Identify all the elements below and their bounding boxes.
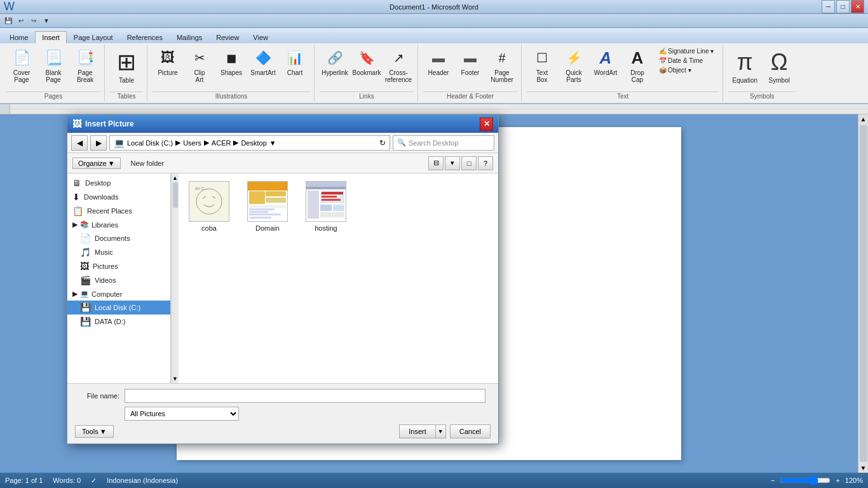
- insert-button[interactable]: Insert: [399, 424, 436, 438]
- help-button[interactable]: ?: [478, 156, 493, 170]
- date-time-button[interactable]: 📅 Date & Time: [656, 57, 705, 65]
- sidebar-pictures[interactable]: 🖼 Pictures: [67, 259, 170, 273]
- organize-button[interactable]: Organize ▼: [72, 158, 121, 169]
- dialog-close-button[interactable]: ✕: [480, 118, 493, 131]
- new-folder-button[interactable]: New folder: [126, 158, 170, 168]
- tables-group-content: ⊞ Table: [110, 46, 143, 90]
- tab-references[interactable]: References: [120, 31, 170, 43]
- cancel-button[interactable]: Cancel: [450, 424, 491, 438]
- picture-button[interactable]: 🖼 Picture: [153, 46, 183, 78]
- zoom-in-button[interactable]: +: [836, 477, 839, 484]
- sidebar-documents[interactable]: 📄 Documents: [67, 231, 170, 245]
- vertical-scrollbar[interactable]: ▲ ▼: [858, 114, 868, 473]
- sidebar-music[interactable]: 🎵 Music: [67, 245, 170, 259]
- sidebar-computer-header[interactable]: ▶ 💻 Computer: [67, 287, 170, 301]
- sidebar-desktop[interactable]: 🖥 Desktop: [67, 176, 170, 190]
- shapes-button[interactable]: ◼ Shapes: [216, 46, 247, 78]
- sidebar-scrollbar[interactable]: ▲ ▼: [171, 173, 179, 383]
- equation-button[interactable]: π Equation: [728, 46, 761, 87]
- sidebar-scroll-thumb[interactable]: [173, 182, 178, 208]
- horizontal-ruler: [10, 104, 868, 114]
- pages-group-content: 📄 CoverPage 📃 BlankPage 📑 PageBreak: [6, 46, 100, 90]
- table-button[interactable]: ⊞ Table: [110, 46, 143, 87]
- header-button[interactable]: ▬ Header: [423, 46, 454, 78]
- sidebar-recent-places[interactable]: 📋 Recent Places: [67, 204, 170, 218]
- libraries-expand-icon: ▶: [72, 220, 78, 229]
- signature-line-button[interactable]: ✍ Signature Line ▾: [656, 47, 716, 55]
- blank-page-button[interactable]: 📃 BlankPage: [38, 46, 69, 85]
- file-hosting[interactable]: hosting: [301, 179, 351, 234]
- path-refresh-button[interactable]: ↻: [379, 139, 386, 147]
- chart-button[interactable]: 📊 Chart: [280, 46, 310, 78]
- tools-dropdown-icon: ▼: [100, 428, 107, 435]
- scroll-down-button[interactable]: ▼: [859, 463, 868, 473]
- music-label: Music: [95, 248, 113, 256]
- symbol-button[interactable]: Ω Symbol: [763, 46, 796, 87]
- page-number-button[interactable]: # PageNumber: [487, 46, 517, 85]
- cover-page-button[interactable]: 📄 CoverPage: [6, 46, 37, 85]
- path-dropdown[interactable]: ▼: [269, 139, 276, 147]
- hyperlink-button[interactable]: 🔗 Hyperlink: [320, 46, 350, 78]
- tab-mailings[interactable]: Mailings: [170, 31, 209, 43]
- path-part-3[interactable]: ACER: [212, 139, 231, 147]
- dropcap-button[interactable]: A DropCap: [622, 46, 653, 85]
- sidebar-downloads[interactable]: ⬇ Downloads: [67, 190, 170, 204]
- file-domain[interactable]: Domain: [242, 179, 293, 234]
- dialog-title-text: Insert Picture: [85, 119, 134, 128]
- view-details-button[interactable]: ▾: [445, 156, 460, 170]
- back-button[interactable]: ◀: [71, 135, 88, 151]
- scroll-up-button[interactable]: ▲: [859, 114, 868, 124]
- tab-page-layout[interactable]: Page Layout: [67, 31, 120, 43]
- redo-quick-button[interactable]: ↪: [28, 15, 39, 27]
- undo-quick-button[interactable]: ↩: [15, 15, 27, 27]
- search-bar[interactable]: 🔍 Search Desktop: [393, 135, 494, 151]
- smartart-button[interactable]: 🔷 SmartArt: [248, 46, 278, 78]
- dialog-title-icon: 🖼: [72, 119, 81, 129]
- file-name-input[interactable]: [125, 389, 485, 403]
- save-quick-button[interactable]: 💾: [3, 15, 14, 27]
- tab-review[interactable]: Review: [209, 31, 246, 43]
- close-button[interactable]: ✕: [851, 0, 864, 13]
- zoom-slider[interactable]: [780, 477, 831, 484]
- path-part-1[interactable]: Local Disk (C:): [127, 139, 173, 147]
- view-large-button[interactable]: □: [461, 156, 477, 170]
- bookmark-icon: 🔖: [356, 48, 377, 68]
- view-list-button[interactable]: ⊟: [428, 156, 444, 170]
- sidebar-data-drive[interactable]: 💾 DATA (D:): [67, 315, 170, 329]
- sidebar-local-disk[interactable]: 💾 Local Disk (C:): [67, 301, 170, 315]
- zoom-out-button[interactable]: −: [771, 477, 775, 484]
- page-break-button[interactable]: 📑 PageBreak: [70, 46, 100, 85]
- sidebar-scroll-down[interactable]: ▼: [172, 376, 178, 382]
- minimize-button[interactable]: ─: [822, 0, 835, 13]
- tools-label: Tools: [82, 428, 98, 435]
- customize-quick-button[interactable]: ▼: [41, 15, 52, 27]
- cross-reference-button[interactable]: ↗ Cross-reference: [383, 46, 414, 85]
- footer-button[interactable]: ▬ Footer: [455, 46, 485, 78]
- scroll-thumb[interactable]: [860, 125, 867, 462]
- title-bar-controls: ─ □ ✕: [822, 0, 864, 13]
- tab-view[interactable]: View: [246, 31, 275, 43]
- path-bar[interactable]: 💻 Local Disk (C:) ▶ Users ▶ ACER ▶ Deskt…: [109, 135, 390, 151]
- sidebar-libraries-header[interactable]: ▶ 📚 Libraries: [67, 218, 170, 231]
- table-label: Table: [119, 77, 134, 84]
- tab-insert[interactable]: Insert: [35, 31, 67, 43]
- path-part-4[interactable]: Desktop: [241, 139, 266, 147]
- insert-dropdown-button[interactable]: ▼: [436, 424, 446, 438]
- file-type-select[interactable]: All Pictures JPEG (*.jpg) PNG (*.png) Al…: [125, 407, 239, 421]
- clip-art-button[interactable]: ✂ ClipArt: [184, 46, 215, 85]
- text-box-button[interactable]: ☐ TextBox: [527, 46, 557, 85]
- word-logo-icon: W: [4, 0, 15, 13]
- tools-button[interactable]: Tools ▼: [75, 425, 114, 438]
- forward-button[interactable]: ▶: [90, 135, 107, 151]
- object-button[interactable]: 📦 Object ▾: [656, 66, 694, 74]
- quick-parts-button[interactable]: ⚡ QuickParts: [559, 46, 589, 85]
- tab-home[interactable]: Home: [3, 31, 35, 43]
- wordart-button[interactable]: A WordArt: [590, 46, 621, 78]
- symbols-group-content: π Equation Ω Symbol: [728, 46, 796, 90]
- bookmark-button[interactable]: 🔖 Bookmark: [351, 46, 382, 78]
- sidebar-videos[interactable]: 🎬 Videos: [67, 273, 170, 287]
- file-coba[interactable]: Im C... coba: [184, 179, 234, 234]
- sidebar-scroll-up[interactable]: ▲: [172, 175, 178, 181]
- path-part-2[interactable]: Users: [183, 139, 201, 147]
- maximize-button[interactable]: □: [836, 0, 850, 13]
